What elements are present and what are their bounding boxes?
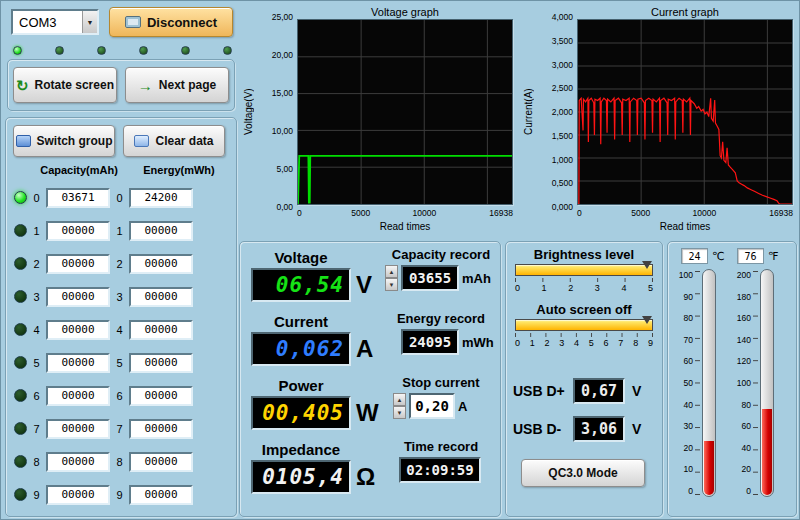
usb-power-meter-app: COM3 ▼ Disconnect ↻ Rotate screen → Next… <box>0 0 800 520</box>
group-index: 4 <box>32 324 41 336</box>
current-graph-xlabel: Read times <box>577 221 793 232</box>
group-led[interactable] <box>14 455 27 468</box>
group-led[interactable] <box>14 323 27 336</box>
impedance-display: 0105,4 <box>251 460 351 494</box>
energy-value[interactable]: 00000 <box>129 353 193 373</box>
voltage-graph-plot <box>297 19 513 205</box>
thermometer-scale-number: 80 <box>684 314 693 322</box>
stepper-up-icon[interactable]: ▲ <box>385 265 398 278</box>
group-led[interactable] <box>14 257 27 270</box>
thermometer-scale-number: 180 <box>737 293 751 301</box>
capacity-record-value[interactable]: 03655 <box>401 265 459 291</box>
capacity-value[interactable]: 00000 <box>46 452 110 472</box>
stepper-down-icon[interactable]: ▼ <box>385 278 398 291</box>
capacity-value[interactable]: 00000 <box>46 353 110 373</box>
capacity-value[interactable]: 00000 <box>46 386 110 406</box>
thermometer-scale-number: 10 <box>684 465 693 473</box>
group-led[interactable] <box>14 356 27 369</box>
brightness-slider[interactable]: 012345 <box>515 264 653 293</box>
auto-screen-off-pointer[interactable] <box>642 316 652 324</box>
impedance-meter: Impedance 0105,4 Ω <box>251 441 375 494</box>
x-tick-label: 5000 <box>351 208 370 218</box>
disconnect-label: Disconnect <box>147 15 217 30</box>
current-trace <box>578 20 792 204</box>
energy-record-label: Energy record <box>385 311 497 326</box>
switch-group-button[interactable]: Switch group <box>13 125 115 157</box>
stepper-down-icon[interactable]: ▼ <box>393 406 406 419</box>
stop-current-stepper[interactable]: ▲ ▼ <box>393 393 406 419</box>
energy-value[interactable]: 00000 <box>129 287 193 307</box>
slider-scale-number: 3 <box>595 283 600 293</box>
slider-scale-number: 3 <box>559 338 564 348</box>
disconnect-button[interactable]: Disconnect <box>109 7 233 37</box>
energy-value[interactable]: 00000 <box>129 386 193 406</box>
capacity-value[interactable]: 00000 <box>46 254 110 274</box>
group-index: 9 <box>115 489 124 501</box>
group-index: 7 <box>115 423 124 435</box>
capacity-record-stepper[interactable]: ▲ ▼ <box>385 265 398 291</box>
usb-dp-label: USB D+ <box>513 383 565 399</box>
indicator-dots <box>13 45 232 55</box>
fahrenheit-scale: 200180160140120100806040200 <box>729 271 751 495</box>
slider-scale-number: 7 <box>618 338 623 348</box>
stop-current-unit: A <box>458 399 467 414</box>
group-led[interactable] <box>14 224 27 237</box>
rotate-screen-button[interactable]: ↻ Rotate screen <box>13 67 117 103</box>
group-index: 0 <box>32 192 41 204</box>
group-index: 2 <box>32 258 41 270</box>
next-page-label: Next page <box>159 78 216 92</box>
thermometer-scale-number: 40 <box>684 401 693 409</box>
capacity-value[interactable]: 00000 <box>46 221 110 241</box>
slider-scale-number: 6 <box>604 338 609 348</box>
capacity-value[interactable]: 00000 <box>46 287 110 307</box>
com-port-dropdown-icon[interactable]: ▼ <box>82 11 97 33</box>
y-tick-label: 2,000 <box>552 108 573 116</box>
thermometer-scale-number: 50 <box>684 379 693 387</box>
group-index: 6 <box>115 390 124 402</box>
group-led[interactable] <box>14 389 27 402</box>
impedance-unit: Ω <box>356 463 375 491</box>
brightness-ticks <box>515 278 653 282</box>
capacity-record-label: Capacity record <box>385 247 497 262</box>
x-tick-label: 0 <box>577 208 582 218</box>
voltage-unit: V <box>356 271 372 299</box>
energy-value[interactable]: 24200 <box>129 188 193 208</box>
stop-current-value[interactable]: 0,20 <box>409 393 455 419</box>
group-led[interactable] <box>14 191 27 204</box>
group-index: 9 <box>32 489 41 501</box>
energy-value[interactable]: 00000 <box>129 419 193 439</box>
group-led[interactable] <box>14 290 27 303</box>
capacity-value[interactable]: 03671 <box>46 188 110 208</box>
clear-data-button[interactable]: Clear data <box>123 125 225 157</box>
energy-value[interactable]: 00000 <box>129 221 193 241</box>
group-index: 0 <box>115 192 124 204</box>
auto-screen-off-slider[interactable]: 0123456789 <box>515 319 653 348</box>
y-tick-label: 0,00 <box>276 203 293 211</box>
next-page-button[interactable]: → Next page <box>125 67 229 103</box>
next-arrow-icon: → <box>138 78 153 93</box>
energy-value[interactable]: 00000 <box>129 320 193 340</box>
indicator-dot <box>223 46 232 55</box>
y-tick-label: 5,00 <box>276 165 293 173</box>
group-led[interactable] <box>14 488 27 501</box>
group-led[interactable] <box>14 422 27 435</box>
brightness-pointer[interactable] <box>642 261 652 269</box>
energy-value[interactable]: 00000 <box>129 485 193 505</box>
energy-value[interactable]: 00000 <box>129 254 193 274</box>
com-port-select[interactable]: COM3 ▼ <box>11 9 99 35</box>
thermometer-scale-number: 90 <box>684 293 693 301</box>
capacity-value[interactable]: 00000 <box>46 419 110 439</box>
usb-dp-unit: V <box>632 383 641 399</box>
capacity-value[interactable]: 00000 <box>46 485 110 505</box>
energy-column-header: Energy(mWh) <box>127 164 231 176</box>
auto-screen-off-ticks <box>515 333 653 337</box>
y-tick-label: 3,000 <box>552 61 573 69</box>
auto-screen-off-bar[interactable] <box>515 319 653 331</box>
capacity-record: Capacity record ▲ ▼ 03655 mAh <box>385 247 497 291</box>
celsius-scale: 1009080706050403020100 <box>671 271 693 495</box>
stepper-up-icon[interactable]: ▲ <box>393 393 406 406</box>
qc-mode-button[interactable]: QC3.0 Mode <box>521 459 645 487</box>
brightness-bar[interactable] <box>515 264 653 276</box>
capacity-value[interactable]: 00000 <box>46 320 110 340</box>
energy-value[interactable]: 00000 <box>129 452 193 472</box>
